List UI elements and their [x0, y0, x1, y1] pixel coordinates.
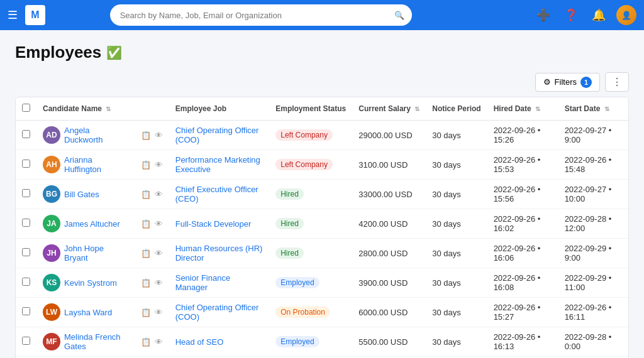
col-hired-date[interactable]: Hired Date ⇅ — [487, 97, 558, 121]
search-bar: 🔍 — [110, 4, 412, 26]
job-cell: Performance Marketing Executive — [169, 150, 269, 180]
job-cell: Senior Finance Manager — [169, 268, 269, 298]
verified-icon: ✅ — [106, 45, 122, 60]
header-actions: ➕ ❓ 🔔 👤 — [533, 5, 636, 25]
col-candidate-name[interactable]: Candidate Name ⇅ — [36, 97, 135, 121]
select-all-checkbox[interactable] — [22, 104, 30, 112]
status-badge: Left Company — [275, 159, 333, 170]
copy-icon[interactable]: 📋 — [141, 337, 151, 347]
page-content: Employees ✅ ⚙ Filters 1 ⋮ Candidate Name… — [0, 30, 644, 358]
job-link[interactable]: Chief Operating Officer (COO) — [175, 303, 259, 322]
col-current-salary[interactable]: Current Salary ⇅ — [352, 97, 426, 121]
notice-cell: 30 days — [426, 268, 487, 298]
copy-icon[interactable]: 📋 — [141, 190, 151, 199]
job-link[interactable]: Performance Marketing Executive — [175, 155, 260, 174]
sort-icon-start: ⇅ — [604, 106, 609, 112]
salary-cell: 5500.00 USD — [352, 327, 426, 357]
copy-icon[interactable]: 📋 — [141, 160, 151, 170]
row-checkbox-cell — [16, 327, 36, 357]
help-icon[interactable]: ❓ — [561, 5, 581, 25]
notice-cell: 30 days — [426, 327, 487, 357]
app-logo: M — [25, 5, 45, 25]
table-row: KS Kevin Systrom 📋 👁 Senior Finance Mana… — [16, 268, 628, 298]
job-link[interactable]: Full-Stack Developer — [175, 219, 252, 229]
candidate-avatar: BG — [43, 185, 60, 203]
start-date-cell: 2022-09-29 • 11:00 — [558, 268, 628, 298]
select-all-header — [16, 97, 36, 121]
row-checkbox[interactable] — [22, 219, 30, 227]
view-icon[interactable]: 👁 — [155, 278, 163, 288]
salary-cell: 3900.00 USD — [352, 268, 426, 298]
row-checkbox-cell — [16, 121, 36, 150]
view-icon[interactable]: 👁 — [155, 131, 163, 140]
candidate-name-cell: JH John Hope Bryant — [36, 239, 135, 268]
filters-button[interactable]: ⚙ Filters 1 — [535, 73, 600, 92]
copy-icon[interactable]: 📋 — [141, 308, 151, 317]
row-checkbox[interactable] — [22, 130, 30, 138]
candidate-avatar: JH — [43, 244, 60, 262]
copy-icon[interactable]: 📋 — [141, 249, 151, 258]
status-cell: Employed — [269, 327, 352, 357]
col-start-date[interactable]: Start Date ⇅ — [558, 97, 628, 121]
add-icon[interactable]: ➕ — [533, 5, 553, 25]
start-date-cell: 2022-09-28 • 12:00 — [558, 209, 628, 239]
view-icon[interactable]: 👁 — [155, 249, 163, 258]
table-body: AD Angela Duckworth 📋 👁 Chief Operating … — [16, 121, 628, 359]
candidate-name[interactable]: Laysha Ward — [64, 308, 112, 317]
row-checkbox-cell — [16, 150, 36, 180]
copy-icon[interactable]: 📋 — [141, 278, 151, 288]
job-link[interactable]: Senior Finance Manager — [175, 273, 230, 292]
start-date-cell: 2022-09-26 • 15:48 — [558, 150, 628, 180]
hired-date-cell: 2022-09-26 • 15:27 — [487, 298, 558, 327]
candidate-name[interactable]: Arianna Huffington — [64, 155, 128, 174]
row-checkbox[interactable] — [22, 337, 30, 345]
view-icon[interactable]: 👁 — [155, 190, 163, 199]
row-checkbox-cell — [16, 298, 36, 327]
job-link[interactable]: Human Resources (HR) Director — [175, 244, 263, 263]
candidate-name[interactable]: James Altucher — [64, 219, 120, 229]
col-employee-job: Employee Job — [169, 97, 269, 121]
copy-icon[interactable]: 📋 — [141, 219, 151, 229]
hired-date-cell: 2022-09-26 • 15:26 — [487, 121, 558, 150]
search-input[interactable] — [110, 4, 412, 26]
candidate-name-cell: LW Laysha Ward — [36, 298, 135, 327]
job-cell: Chief Executive Officer (CEO) — [169, 180, 269, 209]
hired-date-cell: 2022-09-26 • 15:53 — [487, 150, 558, 180]
notifications-icon[interactable]: 🔔 — [589, 5, 609, 25]
row-checkbox-cell — [16, 268, 36, 298]
status-badge: Hired — [275, 247, 304, 259]
avatar[interactable]: 👤 — [616, 5, 636, 25]
view-icon[interactable]: 👁 — [155, 219, 163, 229]
row-action-icons: 📋 👁 — [135, 239, 169, 268]
row-checkbox[interactable] — [22, 248, 30, 256]
copy-icon[interactable]: 📋 — [141, 131, 151, 140]
salary-cell: 33000.00 USD — [352, 180, 426, 209]
filter-icon: ⚙ — [543, 77, 551, 87]
candidate-name-cell: JA James Altucher — [36, 209, 135, 239]
view-icon[interactable]: 👁 — [155, 308, 163, 317]
candidate-name-cell: MF Melinda French Gates — [36, 327, 135, 357]
notice-cell: 30 days — [426, 150, 487, 180]
row-checkbox[interactable] — [22, 160, 30, 168]
job-link[interactable]: Chief Operating Officer (COO) — [175, 126, 259, 144]
job-link[interactable]: Head of SEO — [175, 337, 224, 347]
view-icon[interactable]: 👁 — [155, 160, 163, 170]
start-date-cell: 2022-09-27 • 9:00 — [558, 121, 628, 150]
candidate-name[interactable]: Bill Gates — [64, 190, 99, 199]
row-checkbox[interactable] — [22, 189, 30, 197]
menu-icon[interactable]: ☰ — [8, 8, 18, 22]
status-cell: Hired — [269, 209, 352, 239]
row-checkbox[interactable] — [22, 278, 30, 286]
salary-cell: 4200.00 USD — [352, 209, 426, 239]
row-checkbox[interactable] — [22, 307, 30, 315]
candidate-name[interactable]: John Hope Bryant — [64, 244, 128, 263]
job-link[interactable]: Chief Executive Officer (CEO) — [175, 185, 258, 203]
more-options-button[interactable]: ⋮ — [605, 72, 629, 92]
candidate-name[interactable]: Melinda French Gates — [64, 332, 128, 351]
candidate-name[interactable]: Kevin Systrom — [64, 278, 117, 288]
notice-cell: 30 days — [426, 239, 487, 268]
view-icon[interactable]: 👁 — [155, 337, 163, 347]
row-checkbox-cell — [16, 180, 36, 209]
hired-date-cell: 2022-09-26 • 16:02 — [487, 209, 558, 239]
candidate-name[interactable]: Angela Duckworth — [64, 126, 128, 144]
